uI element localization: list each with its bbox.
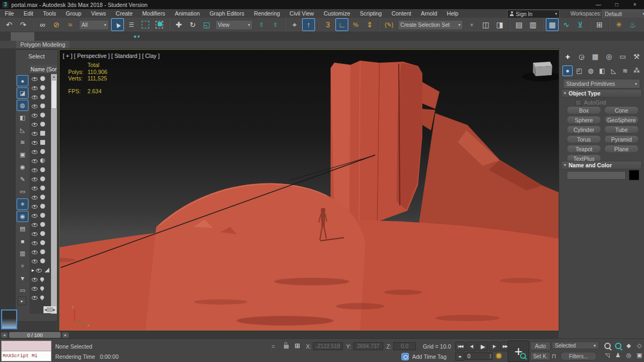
visibility-eye-icon[interactable] <box>32 231 38 237</box>
tab-modify[interactable]: ◶ <box>576 51 587 61</box>
visibility-eye-icon[interactable] <box>32 140 38 145</box>
maxscript-mini-listener[interactable]: MAXScript Mi <box>1 341 52 361</box>
bind-spacewarp-icon[interactable]: ≈ <box>64 18 77 31</box>
new-container-icon[interactable]: ▭ <box>17 285 28 296</box>
menu-item[interactable]: Create <box>111 10 138 17</box>
select-by-name-icon[interactable]: ☰ <box>125 18 138 31</box>
edit-named-sets-icon[interactable]: {✎} <box>383 18 396 31</box>
visibility-eye-icon[interactable] <box>32 186 38 191</box>
layer-list-icon[interactable]: ▥ <box>526 18 539 31</box>
ribbon-tab[interactable] <box>105 32 129 41</box>
filter-all-icon[interactable]: ● <box>17 75 28 86</box>
advanced-filter-icon[interactable]: ▼ <box>17 260 28 271</box>
object-color-swatch[interactable] <box>629 170 639 180</box>
category-cameras-icon[interactable]: ◧ <box>597 65 607 76</box>
category-lights-icon[interactable]: ◍ <box>586 65 596 76</box>
select-rotate-icon[interactable]: ↻ <box>186 18 199 31</box>
explorer-row[interactable] <box>30 110 51 120</box>
x-coordinate-field[interactable]: -2122.518 <box>313 342 343 350</box>
primitive-button[interactable]: Tube <box>604 125 639 134</box>
dope-sheet-icon[interactable]: ⊻ <box>574 18 587 31</box>
category-systems-icon[interactable]: ⁂ <box>632 65 642 76</box>
perspective-viewport[interactable]: z x [ + ] [ Perspective ] [ Standard ] [… <box>59 49 560 331</box>
key-filters-icon[interactable]: ⊓ <box>552 353 557 360</box>
menu-item[interactable]: Tools <box>38 10 61 17</box>
tab-create[interactable]: + <box>562 51 573 61</box>
rendered-frame-window-icon[interactable]: ♨ <box>626 18 639 31</box>
explorer-row[interactable] <box>30 74 51 83</box>
select-manipulate-icon[interactable]: ⌖ <box>288 18 301 31</box>
name-color-rollout[interactable]: ▾ Name and Color <box>561 161 642 169</box>
primitive-button[interactable]: Plane <box>604 145 639 153</box>
use-pivot-center-icon[interactable]: ⇧ <box>255 18 268 31</box>
field-of-view-icon[interactable]: ◹ <box>602 351 612 360</box>
explorer-row[interactable] <box>30 92 51 101</box>
visibility-eye-icon[interactable] <box>32 149 38 154</box>
display-none-icon[interactable]: ■ <box>17 235 28 247</box>
minimized-dialog-button[interactable] <box>1 309 17 329</box>
frame-forward-button[interactable]: ▸ <box>62 333 69 338</box>
menu-item[interactable]: Scripting <box>355 10 387 17</box>
visibility-eye-icon[interactable] <box>32 176 38 182</box>
filter-xrefs-icon[interactable]: ◉ <box>17 161 28 173</box>
tab-motion[interactable]: ◎ <box>604 51 614 61</box>
curve-editor-icon[interactable]: ∿ <box>560 18 573 31</box>
primitive-button[interactable]: Cone <box>604 106 639 114</box>
explorer-row[interactable] <box>30 174 51 183</box>
visibility-eye-icon[interactable] <box>32 240 38 246</box>
filter-containers-icon[interactable]: ▭ <box>17 186 28 197</box>
menu-item[interactable]: Graph Editors <box>204 10 249 17</box>
object-name-input[interactable] <box>567 171 626 180</box>
scrollbar-thumb[interactable] <box>47 307 53 312</box>
z-coordinate-field[interactable]: 0.0 <box>393 342 416 350</box>
align-icon[interactable]: ◨ <box>493 18 506 31</box>
walk-through-icon[interactable]: ♟ <box>613 351 623 360</box>
redo-icon[interactable]: ↷ <box>17 18 30 31</box>
visibility-eye-icon[interactable] <box>36 268 42 273</box>
explorer-row[interactable] <box>30 138 51 147</box>
maximize-viewport-icon[interactable]: ▣ <box>634 351 644 360</box>
angle-snap-icon[interactable]: ∟ <box>335 18 348 31</box>
add-time-tag[interactable]: Add Time Tag <box>412 353 447 360</box>
maximize-button[interactable]: □ <box>608 0 626 9</box>
primitive-category-dropdown[interactable]: Standard Primitives ▾ <box>563 79 640 88</box>
filter-spacewarps-icon[interactable]: ≋ <box>17 137 28 148</box>
menu-item[interactable]: Modifiers <box>137 10 170 17</box>
workspace-dropdown[interactable]: Default ▾ <box>602 10 644 18</box>
visibility-eye-icon[interactable] <box>32 85 38 91</box>
key-mode-toggle[interactable]: ◂▸ <box>455 352 464 361</box>
mirror-icon[interactable]: ◫ <box>479 18 492 31</box>
selection-lock-icon[interactable] <box>284 345 289 349</box>
primitive-button[interactable]: Torus <box>567 135 601 143</box>
expand-panel-button[interactable]: ▸ <box>18 297 26 305</box>
viewport-menu-style[interactable]: [ Clay ] <box>142 53 160 59</box>
explorer-row[interactable] <box>30 275 51 284</box>
zoom-extents-icon[interactable]: ◆ <box>624 341 634 350</box>
time-tag-icon[interactable] <box>401 353 409 360</box>
y-coordinate-field[interactable]: 2694.737 <box>353 342 383 350</box>
ribbon-tab[interactable] <box>34 32 58 41</box>
menu-item[interactable]: Help <box>442 10 464 17</box>
scene-explorer-icon[interactable]: ▦ <box>546 18 559 31</box>
set-key-button[interactable]: Set K. <box>530 352 551 360</box>
select-move-icon[interactable]: ✚ <box>172 18 185 31</box>
explorer-row[interactable] <box>30 193 51 202</box>
visibility-eye-icon[interactable] <box>32 258 38 264</box>
render-setup-icon[interactable]: ✳ <box>612 18 625 31</box>
orbit-icon[interactable]: ◎ <box>624 351 634 360</box>
visibility-eye-icon[interactable] <box>32 277 38 282</box>
named-sets-arrow-icon[interactable]: ▾ <box>465 18 478 31</box>
primitive-button[interactable]: Cylinder <box>567 125 601 134</box>
undo-icon[interactable]: ↶ <box>3 18 16 31</box>
visibility-eye-icon[interactable] <box>32 113 38 118</box>
visibility-eye-icon[interactable] <box>32 104 38 109</box>
primitive-button[interactable]: Sphere <box>567 116 601 124</box>
tab-display[interactable]: ▭ <box>617 51 628 61</box>
menu-item[interactable]: File <box>0 10 19 17</box>
horizontal-scrollbar[interactable]: ◂ ▸ <box>43 306 56 313</box>
menu-item[interactable]: Edit <box>19 10 38 17</box>
scroll-up-icon[interactable]: ▴ <box>53 74 55 79</box>
filter-cameras-icon[interactable]: ◧ <box>17 112 28 123</box>
selection-filter-dropdown[interactable]: All ▾ <box>79 20 109 30</box>
filter-bones-icon[interactable]: ✎ <box>17 174 28 185</box>
